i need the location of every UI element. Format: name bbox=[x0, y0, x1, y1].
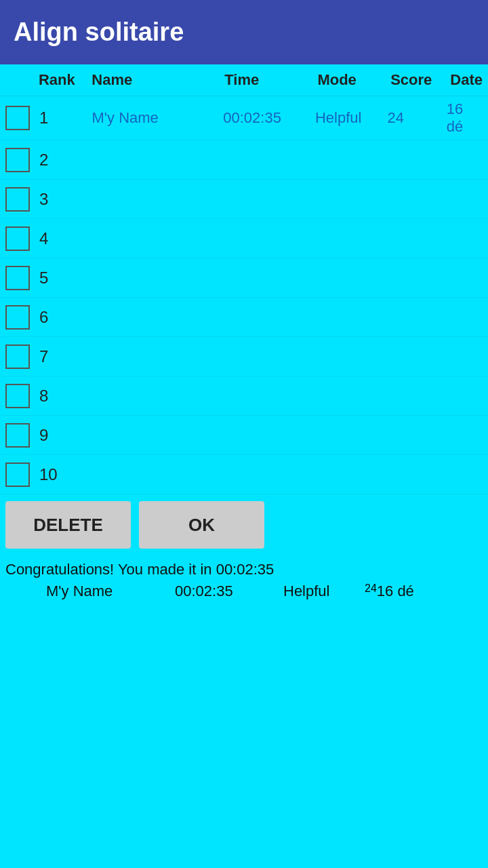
button-row: DELETE OK bbox=[0, 494, 488, 555]
table-header: Rank Name Time Mode Score Date bbox=[0, 64, 488, 96]
row-checkbox-2[interactable] bbox=[5, 148, 30, 172]
row-name: M'y Name bbox=[92, 109, 224, 127]
congrats-detail: M'y Name 00:02:35 Helpful 24 16 dé bbox=[5, 583, 483, 600]
row-rank: 3 bbox=[39, 190, 94, 209]
row-rank: 6 bbox=[39, 308, 94, 327]
table-row: 9 bbox=[0, 416, 488, 455]
row-rank: 4 bbox=[39, 229, 94, 248]
col-mode-header: Mode bbox=[317, 71, 390, 89]
row-checkbox-10[interactable] bbox=[5, 462, 30, 487]
row-rank: 1 bbox=[39, 108, 92, 127]
congrats-text: Congratulations! You made it in 00:02:35 bbox=[5, 561, 483, 578]
row-checkbox-3[interactable] bbox=[5, 187, 30, 212]
table-body: 1M'y Name00:02:35Helpful2416 dé234567891… bbox=[0, 96, 488, 494]
congrats-name: M'y Name bbox=[5, 583, 175, 600]
table-row: 5 bbox=[0, 258, 488, 298]
col-score-header: Score bbox=[390, 71, 450, 89]
row-time: 00:02:35 bbox=[223, 109, 315, 127]
col-time-header: Time bbox=[224, 71, 317, 89]
row-rank: 7 bbox=[39, 347, 94, 366]
col-rank-header: Rank bbox=[39, 71, 92, 89]
col-date-header: Date bbox=[450, 71, 483, 89]
row-checkbox-8[interactable] bbox=[5, 384, 30, 408]
row-rank: 10 bbox=[39, 465, 94, 484]
row-score: 24 bbox=[387, 109, 446, 127]
app-header: Align solitaire bbox=[0, 0, 488, 64]
row-rank: 2 bbox=[39, 151, 94, 170]
table-row: 7 bbox=[0, 337, 488, 376]
table-row: 3 bbox=[0, 180, 488, 219]
row-rank: 5 bbox=[39, 269, 94, 288]
ok-button[interactable]: OK bbox=[139, 501, 264, 549]
table-row: 10 bbox=[0, 455, 488, 494]
delete-button[interactable]: DELETE bbox=[5, 501, 131, 549]
app-title: Align solitaire bbox=[14, 18, 184, 47]
congrats-score: 24 bbox=[365, 583, 377, 600]
row-date: 16 dé bbox=[447, 100, 483, 136]
row-checkbox-6[interactable] bbox=[5, 305, 30, 330]
col-name-header: Name bbox=[92, 71, 224, 89]
row-checkbox-5[interactable] bbox=[5, 266, 30, 290]
row-mode: Helpful bbox=[315, 109, 388, 127]
table-row: 2 bbox=[0, 140, 488, 180]
row-checkbox-7[interactable] bbox=[5, 344, 30, 369]
row-checkbox-9[interactable] bbox=[5, 423, 30, 448]
row-checkbox-4[interactable] bbox=[5, 226, 30, 251]
congrats-date: 16 dé bbox=[377, 583, 414, 600]
row-checkbox-1[interactable] bbox=[5, 106, 30, 130]
congrats-area: Congratulations! You made it in 00:02:35… bbox=[0, 555, 488, 606]
row-rank: 9 bbox=[39, 426, 94, 445]
table-row: 6 bbox=[0, 298, 488, 337]
congrats-time: 00:02:35 bbox=[175, 583, 283, 600]
table-row: 1M'y Name00:02:35Helpful2416 dé bbox=[0, 96, 488, 140]
row-rank: 8 bbox=[39, 387, 94, 406]
table-row: 4 bbox=[0, 219, 488, 258]
table-row: 8 bbox=[0, 376, 488, 416]
congrats-mode: Helpful bbox=[283, 583, 365, 600]
